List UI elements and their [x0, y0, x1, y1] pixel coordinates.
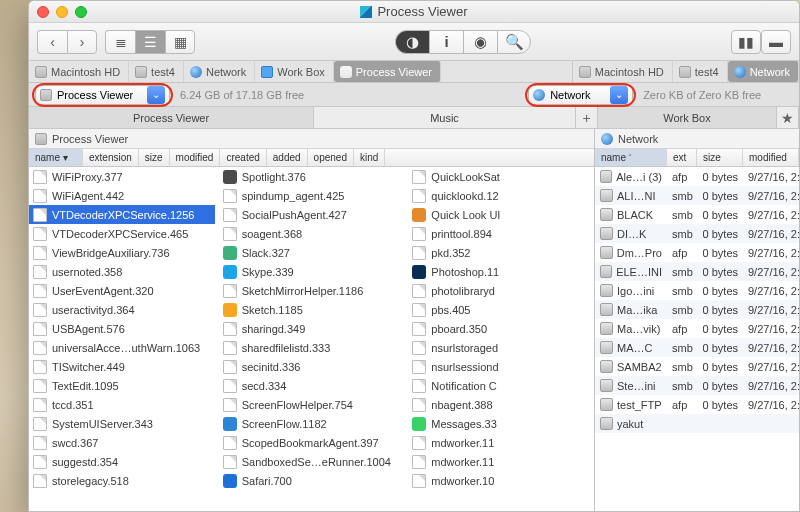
location-dropdown-right[interactable]: Network ⌄ — [528, 85, 633, 105]
network-row[interactable]: Ste…inismb0 bytes9/27/16, 2: — [595, 376, 799, 395]
file-row[interactable]: mdworker.11 — [408, 452, 594, 471]
file-row[interactable]: SandboxedSe…eRunner.1004 — [219, 452, 405, 471]
column-header[interactable]: name ˄ — [595, 149, 667, 166]
file-row[interactable]: secinitd.336 — [219, 357, 405, 376]
file-row[interactable]: sharedfilelistd.333 — [219, 338, 405, 357]
quicklook-button[interactable]: ◉ — [463, 30, 497, 54]
path-crumb[interactable]: test4 — [673, 61, 728, 82]
network-row[interactable]: Dm…Proafp0 bytes9/27/16, 2: — [595, 243, 799, 262]
close-window-button[interactable] — [37, 6, 49, 18]
file-row[interactable]: WiFiAgent.442 — [29, 186, 215, 205]
file-row[interactable]: Safari.700 — [219, 471, 405, 490]
file-row[interactable]: spindump_agent.425 — [219, 186, 405, 205]
nav-forward-button[interactable]: › — [67, 30, 97, 54]
path-crumb[interactable]: Work Box — [255, 61, 333, 82]
file-row[interactable]: TISwitcher.449 — [29, 357, 215, 376]
sidebar-toggle-button[interactable]: ▮▮ — [731, 30, 761, 54]
network-row[interactable]: test_FTPafp0 bytes9/27/16, 2: — [595, 395, 799, 414]
file-row[interactable]: quicklookd.12 — [408, 186, 594, 205]
file-row[interactable]: USBAgent.576 — [29, 319, 215, 338]
column-header[interactable]: kind — [354, 149, 385, 166]
network-row[interactable]: Igo…inismb0 bytes9/27/16, 2: — [595, 281, 799, 300]
view-columns-button[interactable]: ▦ — [165, 30, 195, 54]
path-crumb[interactable]: Network — [728, 61, 799, 82]
network-row[interactable]: DI…Ksmb0 bytes9/27/16, 2: — [595, 224, 799, 243]
file-row[interactable]: SocialPushAgent.427 — [219, 205, 405, 224]
file-row[interactable]: nbagent.388 — [408, 395, 594, 414]
column-header[interactable]: modified — [170, 149, 221, 166]
network-row[interactable]: yakut — [595, 414, 799, 433]
panel-layout-button[interactable]: ▬ — [761, 30, 791, 54]
column-header[interactable]: added — [267, 149, 308, 166]
file-row[interactable]: ScopedBookmarkAgent.397 — [219, 433, 405, 452]
path-crumb[interactable]: Macintosh HD — [572, 61, 673, 82]
file-row[interactable]: ScreenFlow.1182 — [219, 414, 405, 433]
file-row[interactable]: tccd.351 — [29, 395, 215, 414]
file-row[interactable]: WiFiProxy.377 — [29, 167, 215, 186]
right-column-headers[interactable]: name ˄extsizemodified — [595, 149, 799, 167]
file-row[interactable]: soagent.368 — [219, 224, 405, 243]
column-header[interactable]: size — [697, 149, 743, 166]
file-row[interactable]: useractivityd.364 — [29, 300, 215, 319]
file-row[interactable]: VTDecoderXPCService.1256 — [29, 205, 215, 224]
network-row[interactable]: Ma…vik)afp0 bytes9/27/16, 2: — [595, 319, 799, 338]
file-row[interactable]: Sketch.1185 — [219, 300, 405, 319]
info-button[interactable]: i — [429, 30, 463, 54]
file-row[interactable]: universalAcce…uthWarn.1063 — [29, 338, 215, 357]
file-row[interactable]: mdworker.10 — [408, 471, 594, 490]
zoom-window-button[interactable] — [75, 6, 87, 18]
file-row[interactable]: TextEdit.1095 — [29, 376, 215, 395]
file-row[interactable]: storelegacy.518 — [29, 471, 215, 490]
column-header[interactable]: modified — [743, 149, 799, 166]
column-header[interactable]: created — [220, 149, 266, 166]
path-crumb[interactable]: Network — [184, 61, 255, 82]
column-header[interactable]: name ▾ — [29, 149, 83, 166]
view-icons-button[interactable]: ≣ — [105, 30, 135, 54]
nav-back-button[interactable]: ‹ — [37, 30, 67, 54]
file-row[interactable]: SystemUIServer.343 — [29, 414, 215, 433]
left-column-headers[interactable]: name ▾extensionsizemodifiedcreatedaddedo… — [29, 149, 594, 167]
tab-music[interactable]: Music — [314, 107, 576, 128]
file-row[interactable]: swcd.367 — [29, 433, 215, 452]
file-row[interactable]: Quick Look UI — [408, 205, 594, 224]
network-row[interactable]: ELE…INIsmb0 bytes9/27/16, 2: — [595, 262, 799, 281]
file-row[interactable]: sharingd.349 — [219, 319, 405, 338]
path-crumb[interactable]: Process Viewer — [334, 61, 441, 82]
file-row[interactable]: suggestd.354 — [29, 452, 215, 471]
file-row[interactable]: Notification C — [408, 376, 594, 395]
add-tab-button[interactable]: + — [576, 107, 598, 128]
network-row[interactable]: Ma…ikasmb0 bytes9/27/16, 2: — [595, 300, 799, 319]
tab-work-box[interactable]: Work Box — [598, 107, 777, 128]
path-crumb[interactable]: test4 — [129, 61, 184, 82]
path-crumb[interactable]: Macintosh HD — [29, 61, 129, 82]
file-row[interactable]: pboard.350 — [408, 319, 594, 338]
network-row[interactable]: BLACKsmb0 bytes9/27/16, 2: — [595, 205, 799, 224]
file-row[interactable]: QuickLookSat — [408, 167, 594, 186]
column-header[interactable]: ext — [667, 149, 697, 166]
file-row[interactable]: photolibraryd — [408, 281, 594, 300]
file-row[interactable]: Photoshop.11 — [408, 262, 594, 281]
file-row[interactable]: ScreenFlowHelper.754 — [219, 395, 405, 414]
file-row[interactable]: Skype.339 — [219, 262, 405, 281]
file-row[interactable]: Messages.33 — [408, 414, 594, 433]
file-row[interactable]: ViewBridgeAuxiliary.736 — [29, 243, 215, 262]
column-header[interactable]: extension — [83, 149, 139, 166]
tab-process-viewer[interactable]: Process Viewer — [29, 107, 314, 128]
view-list-button[interactable]: ☰ — [135, 30, 165, 54]
file-row[interactable]: SketchMirrorHelper.1186 — [219, 281, 405, 300]
network-row[interactable]: Ale…i (3)afp0 bytes9/27/16, 2: — [595, 167, 799, 186]
column-header[interactable]: opened — [308, 149, 354, 166]
minimize-window-button[interactable] — [56, 6, 68, 18]
network-row[interactable]: ALI…NIsmb0 bytes9/27/16, 2: — [595, 186, 799, 205]
file-row[interactable]: usernoted.358 — [29, 262, 215, 281]
file-row[interactable]: nsurlstoraged — [408, 338, 594, 357]
toggle-dark-button[interactable]: ◑ — [395, 30, 429, 54]
favorite-tab-button[interactable]: ★ — [777, 107, 799, 128]
file-row[interactable]: Slack.327 — [219, 243, 405, 262]
file-row[interactable]: Spotlight.376 — [219, 167, 405, 186]
search-binoculars-button[interactable]: 🔍 — [497, 30, 531, 54]
file-row[interactable]: printtool.894 — [408, 224, 594, 243]
file-row[interactable]: pbs.405 — [408, 300, 594, 319]
file-row[interactable]: nsurlsessiond — [408, 357, 594, 376]
file-row[interactable]: secd.334 — [219, 376, 405, 395]
